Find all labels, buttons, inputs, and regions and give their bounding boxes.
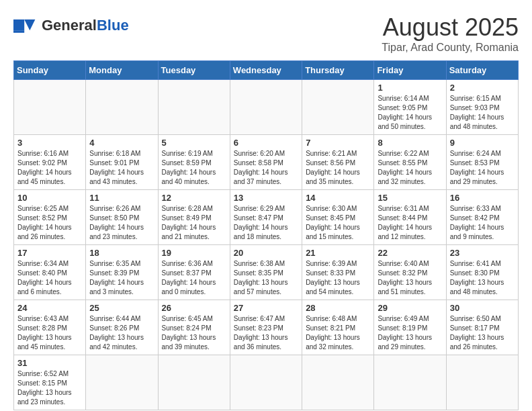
calendar-row: 24Sunrise: 6:43 AM Sunset: 8:28 PM Dayli… [14,300,519,355]
day-info: Sunrise: 6:34 AM Sunset: 8:40 PM Dayligh… [17,259,82,297]
page-header: GeneralBlue August 2025 Tipar, Arad Coun… [13,13,519,54]
day-number: 15 [378,193,442,203]
day-info: Sunrise: 6:31 AM Sunset: 8:44 PM Dayligh… [378,204,442,242]
header-saturday: Saturday [446,61,518,80]
day-info: Sunrise: 6:52 AM Sunset: 8:15 PM Dayligh… [17,369,82,407]
day-number: 18 [89,248,154,258]
table-row: 16Sunrise: 6:33 AM Sunset: 8:42 PM Dayli… [446,190,518,245]
table-row: 5Sunrise: 6:19 AM Sunset: 8:59 PM Daylig… [158,135,230,190]
day-info: Sunrise: 6:15 AM Sunset: 9:03 PM Dayligh… [450,94,515,132]
logo: GeneralBlue [13,13,129,38]
day-number: 2 [450,83,515,93]
table-row: 30Sunrise: 6:50 AM Sunset: 8:17 PM Dayli… [446,300,518,355]
day-number: 5 [162,138,226,148]
day-number: 1 [378,83,442,93]
table-row: 28Sunrise: 6:48 AM Sunset: 8:21 PM Dayli… [302,300,374,355]
svg-rect-0 [13,19,24,30]
table-row: 14Sunrise: 6:30 AM Sunset: 8:45 PM Dayli… [302,190,374,245]
day-info: Sunrise: 6:29 AM Sunset: 8:47 PM Dayligh… [234,204,298,242]
day-number: 22 [378,248,442,258]
calendar-row: 31Sunrise: 6:52 AM Sunset: 8:15 PM Dayli… [14,355,519,410]
day-number: 12 [162,193,226,203]
table-row [374,355,446,410]
table-row [158,80,230,135]
header-sunday: Sunday [14,61,86,80]
day-number: 9 [450,138,515,148]
day-number: 29 [378,303,442,313]
table-row [158,355,230,410]
table-row: 25Sunrise: 6:44 AM Sunset: 8:26 PM Dayli… [86,300,158,355]
day-info: Sunrise: 6:50 AM Sunset: 8:17 PM Dayligh… [450,314,515,352]
logo-text: GeneralBlue [42,18,129,33]
table-row: 29Sunrise: 6:49 AM Sunset: 8:19 PM Dayli… [374,300,446,355]
table-row [302,355,374,410]
table-row: 18Sunrise: 6:35 AM Sunset: 8:39 PM Dayli… [86,245,158,300]
day-number: 20 [234,248,298,258]
day-number: 7 [306,138,370,148]
day-info: Sunrise: 6:28 AM Sunset: 8:49 PM Dayligh… [162,204,226,242]
table-row [446,355,518,410]
day-info: Sunrise: 6:48 AM Sunset: 8:21 PM Dayligh… [306,314,370,352]
header-thursday: Thursday [302,61,374,80]
day-number: 10 [17,193,82,203]
day-number: 26 [162,303,226,313]
table-row: 17Sunrise: 6:34 AM Sunset: 8:40 PM Dayli… [14,245,86,300]
day-info: Sunrise: 6:33 AM Sunset: 8:42 PM Dayligh… [450,204,515,242]
day-number: 14 [306,193,370,203]
day-number: 16 [450,193,515,203]
table-row: 24Sunrise: 6:43 AM Sunset: 8:28 PM Dayli… [14,300,86,355]
table-row [302,80,374,135]
table-row: 1Sunrise: 6:14 AM Sunset: 9:05 PM Daylig… [374,80,446,135]
table-row [86,355,158,410]
table-row [86,80,158,135]
day-info: Sunrise: 6:43 AM Sunset: 8:28 PM Dayligh… [17,314,82,352]
day-number: 19 [162,248,226,258]
table-row: 12Sunrise: 6:28 AM Sunset: 8:49 PM Dayli… [158,190,230,245]
table-row: 21Sunrise: 6:39 AM Sunset: 8:33 PM Dayli… [302,245,374,300]
svg-marker-1 [24,19,35,30]
header-wednesday: Wednesday [230,61,302,80]
title-section: August 2025 Tipar, Arad County, Romania [382,13,519,54]
table-row: 27Sunrise: 6:47 AM Sunset: 8:23 PM Dayli… [230,300,302,355]
table-row: 26Sunrise: 6:45 AM Sunset: 8:24 PM Dayli… [158,300,230,355]
calendar-title: August 2025 [382,13,519,42]
table-row: 3Sunrise: 6:16 AM Sunset: 9:02 PM Daylig… [14,135,86,190]
table-row: 10Sunrise: 6:25 AM Sunset: 8:52 PM Dayli… [14,190,86,245]
table-row: 2Sunrise: 6:15 AM Sunset: 9:03 PM Daylig… [446,80,518,135]
table-row: 15Sunrise: 6:31 AM Sunset: 8:44 PM Dayli… [374,190,446,245]
header-tuesday: Tuesday [158,61,230,80]
day-info: Sunrise: 6:44 AM Sunset: 8:26 PM Dayligh… [89,314,154,352]
day-number: 8 [378,138,442,148]
day-number: 21 [306,248,370,258]
day-number: 24 [17,303,82,313]
day-info: Sunrise: 6:39 AM Sunset: 8:33 PM Dayligh… [306,259,370,297]
day-info: Sunrise: 6:25 AM Sunset: 8:52 PM Dayligh… [17,204,82,242]
day-info: Sunrise: 6:16 AM Sunset: 9:02 PM Dayligh… [17,149,82,187]
svg-rect-2 [13,30,24,33]
day-info: Sunrise: 6:22 AM Sunset: 8:55 PM Dayligh… [378,149,442,187]
day-info: Sunrise: 6:47 AM Sunset: 8:23 PM Dayligh… [234,314,298,352]
table-row [230,80,302,135]
table-row [230,355,302,410]
calendar-row: 1Sunrise: 6:14 AM Sunset: 9:05 PM Daylig… [14,80,519,135]
calendar-table: Sunday Monday Tuesday Wednesday Thursday… [13,60,519,410]
day-number: 28 [306,303,370,313]
table-row: 4Sunrise: 6:18 AM Sunset: 9:01 PM Daylig… [86,135,158,190]
logo-icon [13,13,38,38]
table-row: 13Sunrise: 6:29 AM Sunset: 8:47 PM Dayli… [230,190,302,245]
day-number: 30 [450,303,515,313]
calendar-subtitle: Tipar, Arad County, Romania [382,42,519,54]
table-row: 11Sunrise: 6:26 AM Sunset: 8:50 PM Dayli… [86,190,158,245]
table-row: 6Sunrise: 6:20 AM Sunset: 8:58 PM Daylig… [230,135,302,190]
day-info: Sunrise: 6:30 AM Sunset: 8:45 PM Dayligh… [306,204,370,242]
day-info: Sunrise: 6:14 AM Sunset: 9:05 PM Dayligh… [378,94,442,132]
calendar-row: 17Sunrise: 6:34 AM Sunset: 8:40 PM Dayli… [14,245,519,300]
day-info: Sunrise: 6:38 AM Sunset: 8:35 PM Dayligh… [234,259,298,297]
calendar-row: 3Sunrise: 6:16 AM Sunset: 9:02 PM Daylig… [14,135,519,190]
day-number: 4 [89,138,154,148]
day-number: 31 [17,358,82,368]
day-number: 17 [17,248,82,258]
day-info: Sunrise: 6:45 AM Sunset: 8:24 PM Dayligh… [162,314,226,352]
day-number: 6 [234,138,298,148]
day-info: Sunrise: 6:35 AM Sunset: 8:39 PM Dayligh… [89,259,154,297]
